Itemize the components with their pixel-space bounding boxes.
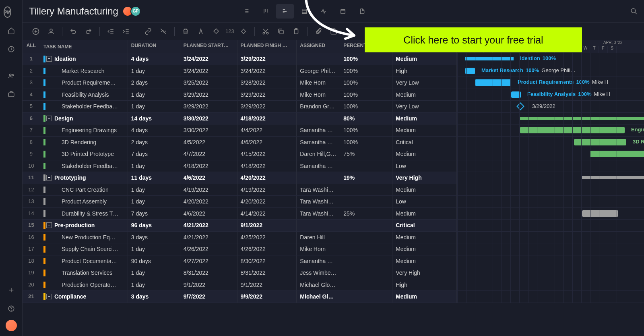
table-row[interactable]: 93D Printed Prototype7 days4/7/20224/15/… <box>23 148 457 160</box>
assigned-cell[interactable]: Samantha Cum <box>297 124 340 136</box>
gantt-row[interactable]: Market Research 100% George Phill… <box>457 65 644 77</box>
finish-cell[interactable]: 3/29/2022 <box>237 101 297 112</box>
task-name-cell[interactable]: Product Requireme… <box>40 77 128 89</box>
priority-cell[interactable]: Medium <box>392 243 457 255</box>
fill-button[interactable] <box>210 25 222 37</box>
start-cell[interactable]: 3/24/2022 <box>180 65 237 77</box>
col-start[interactable]: PLANNED START… <box>180 40 237 53</box>
percent-cell[interactable] <box>340 255 392 267</box>
col-all[interactable]: ALL <box>23 40 40 53</box>
start-cell[interactable]: 4/19/2022 <box>180 184 237 196</box>
start-cell[interactable]: 3/29/2022 <box>180 101 237 112</box>
percent-cell[interactable]: 75% <box>340 148 392 160</box>
table-row[interactable]: 20Production Operato…1 day9/1/20229/1/20… <box>23 279 457 291</box>
outdent-button[interactable] <box>105 25 117 37</box>
finish-cell[interactable]: 4/25/2022 <box>237 232 297 243</box>
priority-cell[interactable]: Medium <box>392 113 457 124</box>
task-name-cell[interactable]: −Ideation <box>40 53 128 65</box>
percent-cell[interactable]: 100% <box>340 53 392 65</box>
percent-cell[interactable] <box>340 232 392 243</box>
task-name-cell[interactable]: CNC Part Creation <box>40 184 128 196</box>
table-row[interactable]: 19Translation Services1 day8/31/20228/31… <box>23 267 457 279</box>
priority-cell[interactable]: Critical <box>392 220 457 231</box>
help-icon[interactable] <box>4 301 19 316</box>
team-icon[interactable] <box>4 68 19 83</box>
assigned-cell[interactable]: Daren Hill,Geor <box>297 148 340 160</box>
list-view-tab[interactable] <box>237 4 255 19</box>
table-row[interactable]: 21−Compliance3 days9/7/20229/9/2022Micha… <box>23 291 457 303</box>
table-row[interactable]: 1−Ideation4 days3/24/20223/29/2022100%Me… <box>23 53 457 65</box>
assign-button[interactable] <box>45 25 57 37</box>
task-name-cell[interactable]: Product Documenta… <box>40 255 128 267</box>
finish-cell[interactable]: 9/1/2022 <box>237 220 297 231</box>
duration-cell[interactable]: 2 days <box>128 137 180 148</box>
table-row[interactable]: 15−Pre-production96 days4/21/20229/1/202… <box>23 220 457 232</box>
duration-cell[interactable]: 1 day <box>128 65 180 77</box>
milestone[interactable] <box>516 102 524 110</box>
gantt-row[interactable] <box>457 279 644 291</box>
grid-body[interactable]: 1−Ideation4 days3/24/20223/29/2022100%Me… <box>23 53 457 336</box>
gantt-row[interactable] <box>457 148 644 160</box>
gantt-row[interactable]: Ideation 100% <box>457 53 644 65</box>
task-name-cell[interactable]: Feasibility Analysis <box>40 89 128 101</box>
gantt-row[interactable] <box>457 160 644 172</box>
priority-cell[interactable]: Medium <box>392 291 457 303</box>
priority-cell[interactable]: Medium <box>392 148 457 160</box>
assigned-cell[interactable]: Mike Horn <box>297 243 340 255</box>
percent-cell[interactable] <box>340 243 392 255</box>
start-cell[interactable]: 4/6/2022 <box>180 172 237 184</box>
task-name-cell[interactable]: Market Research <box>40 65 128 77</box>
assigned-cell[interactable]: Tara Washingto <box>297 196 340 207</box>
assigned-cell[interactable] <box>297 113 340 124</box>
portfolio-icon[interactable] <box>4 87 19 102</box>
percent-cell[interactable] <box>340 196 392 207</box>
task-bar[interactable] <box>590 151 644 157</box>
gantt-row[interactable] <box>457 232 644 244</box>
save-button[interactable] <box>328 25 340 37</box>
table-row[interactable]: 18Product Documenta…90 days4/27/20228/30… <box>23 255 457 268</box>
gantt-row[interactable] <box>457 172 644 184</box>
activity-view-tab[interactable] <box>315 4 332 19</box>
finish-cell[interactable]: 9/9/2022 <box>237 291 297 303</box>
sheet-view-tab[interactable] <box>295 4 313 19</box>
task-name-cell[interactable]: 3D Printed Prototype <box>40 148 128 160</box>
assigned-cell[interactable]: Samantha Cum <box>297 255 340 267</box>
finish-cell[interactable]: 8/30/2022 <box>237 255 297 267</box>
finish-cell[interactable]: 3/24/2022 <box>237 65 297 77</box>
duration-cell[interactable]: 1 day <box>128 160 180 172</box>
task-name-cell[interactable]: Durability & Stress T… <box>40 208 128 220</box>
link-button[interactable] <box>142 25 154 37</box>
table-row[interactable]: 11−Prototyping11 days4/6/20224/20/202219… <box>23 172 457 184</box>
text-format-button[interactable] <box>195 25 207 37</box>
cut-button[interactable] <box>260 25 272 37</box>
finish-cell[interactable]: 4/14/2022 <box>237 208 297 220</box>
finish-cell[interactable]: 8/31/2022 <box>237 267 297 279</box>
add-task-button[interactable] <box>30 25 42 37</box>
home-icon[interactable] <box>4 23 19 38</box>
assigned-cell[interactable]: George Phillips <box>297 65 340 77</box>
assigned-cell[interactable]: Jess Wimberly <box>297 267 340 279</box>
assigned-cell[interactable] <box>297 172 340 184</box>
duration-cell[interactable]: 11 days <box>128 172 180 184</box>
finish-cell[interactable]: 9/1/2022 <box>237 279 297 291</box>
col-finish[interactable]: PLANNED FINISH … <box>237 40 297 53</box>
priority-cell[interactable]: Medium <box>392 184 457 196</box>
priority-cell[interactable]: Low <box>392 160 457 172</box>
gantt-row[interactable] <box>457 113 644 125</box>
gantt-row[interactable] <box>457 255 644 268</box>
priority-cell[interactable]: Very Low <box>392 77 457 89</box>
assigned-cell[interactable]: Tara Washingto <box>297 208 340 220</box>
duration-cell[interactable]: 1 day <box>128 101 180 112</box>
paste-button[interactable] <box>290 25 302 37</box>
attach-button[interactable] <box>312 25 324 37</box>
gantt-row[interactable]: 3/29/2022 <box>457 101 644 113</box>
recent-icon[interactable] <box>4 42 19 56</box>
collapse-icon[interactable]: − <box>46 56 52 62</box>
milestone-button[interactable] <box>237 25 250 37</box>
table-row[interactable]: 10Stakeholder Feedba…1 day4/18/20224/18/… <box>23 160 457 172</box>
table-row[interactable]: 3Product Requireme…2 days3/25/20223/28/2… <box>23 77 457 89</box>
start-cell[interactable]: 3/30/2022 <box>180 113 237 124</box>
table-row[interactable]: 14Durability & Stress T…7 days4/6/20224/… <box>23 208 457 220</box>
table-row[interactable]: 5Stakeholder Feedba…1 day3/29/20223/29/2… <box>23 101 457 113</box>
col-name[interactable]: TASK NAME <box>40 40 128 53</box>
